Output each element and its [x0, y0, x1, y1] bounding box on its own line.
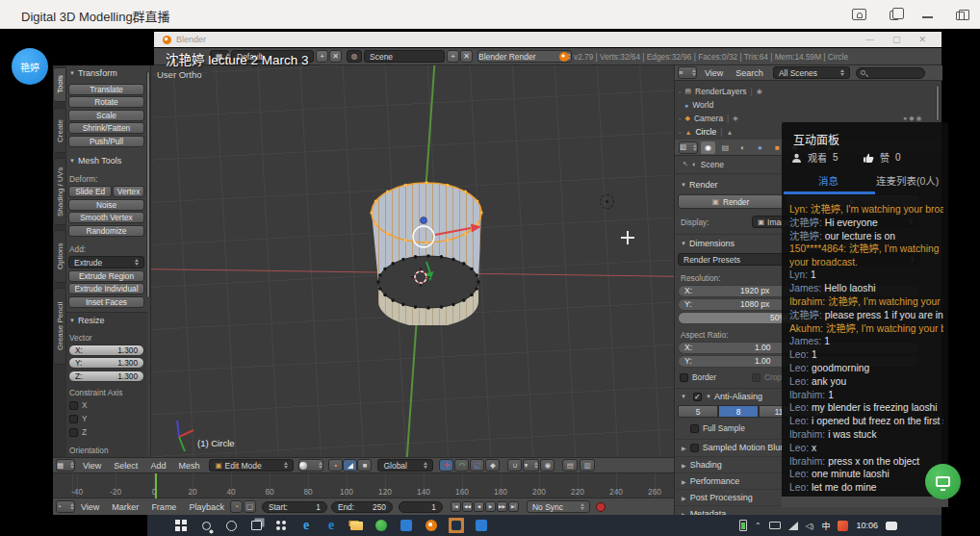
sync-mode-selector[interactable]: No Sync — [527, 500, 590, 513]
tab-world-icon[interactable]: ● — [753, 141, 767, 154]
play-icon[interactable]: ▶ — [485, 501, 496, 512]
cortana-icon[interactable] — [223, 518, 239, 533]
editor-type-icon[interactable]: ▦ — [56, 459, 75, 472]
share-screen-button[interactable] — [925, 464, 961, 499]
menu-item[interactable]: Search — [735, 68, 763, 78]
tool-button[interactable]: Push/Pull — [68, 136, 144, 147]
transform-orientation-selector[interactable]: Global — [377, 459, 433, 472]
shelf-tab-options[interactable]: Options — [53, 230, 66, 283]
menu-item[interactable]: Marker — [112, 502, 139, 512]
edge-select-icon[interactable]: ◢ — [343, 459, 357, 472]
shelf-tab-shading-uvs[interactable]: Shading / UVs — [53, 158, 66, 225]
time-cursor-icon[interactable]: ◔ — [230, 500, 243, 513]
jump-to-end-icon[interactable]: ▶| — [508, 501, 519, 512]
tool-button[interactable]: Shrink/Fatten — [68, 122, 144, 134]
notification-icon[interactable] — [886, 522, 897, 530]
tray-expand-icon[interactable]: ⌃ — [755, 522, 761, 530]
render-engine-selector[interactable]: Blender Render — [477, 50, 572, 63]
anti-aliasing-panel-header[interactable]: Anti-Aliasing — [681, 392, 762, 401]
tool-button[interactable]: Extrude Region — [68, 270, 144, 282]
duplicate-window-icon[interactable] — [890, 11, 899, 20]
minimize-icon[interactable] — [922, 16, 933, 18]
task-view-icon[interactable] — [248, 518, 264, 533]
slide-vertex-button[interactable]: Vertex — [113, 186, 144, 197]
slide-edge-button[interactable]: Slide Ed — [68, 186, 112, 197]
popup-notification-icon[interactable] — [852, 9, 866, 20]
menu-item[interactable]: Add — [150, 461, 166, 471]
manipulator-space-icon[interactable]: ◆ — [485, 459, 500, 472]
breadcrumb-back-icon[interactable]: ↖ — [683, 161, 688, 168]
outliner-item-world[interactable]: ●World — [679, 98, 762, 112]
menu-item[interactable]: Mesh — [178, 461, 199, 471]
axis-checkbox-row[interactable]: X — [69, 400, 88, 410]
ime-indicator[interactable]: 中 — [821, 520, 830, 532]
opengl-anim-icon[interactable]: ▥ — [580, 459, 595, 472]
viewport-3d[interactable]: User Ortho (1) Circle — [151, 65, 674, 457]
outliner-item-renderlayers[interactable]: ◦▤RenderLayers|◉ — [679, 85, 762, 98]
menu-item[interactable]: View — [83, 461, 101, 471]
aa-sample-button[interactable]: 8 — [718, 405, 759, 418]
tab-scene-icon[interactable]: ◐ — [735, 141, 750, 154]
volume-icon[interactable]: ◁) — [806, 522, 814, 530]
shelf-tab-create[interactable]: Create — [53, 108, 66, 153]
timeline-editor-type-icon[interactable]: ◔ — [56, 500, 75, 513]
current-frame-field[interactable]: 1 — [399, 501, 443, 513]
tool-shelf-scrollbar[interactable] — [146, 71, 150, 298]
dimensions-panel-title[interactable]: Dimensions — [681, 239, 735, 248]
full-sample-checkbox-row[interactable]: Full Sample — [690, 423, 745, 433]
start-button-icon[interactable] — [173, 518, 189, 533]
axis-checkbox-row[interactable]: Z — [69, 427, 88, 437]
blender-taskbar-icon[interactable] — [424, 518, 439, 533]
lamp-object[interactable] — [600, 194, 614, 209]
aa-enabled-checkbox[interactable] — [693, 393, 702, 401]
tab-messages[interactable]: 消息 — [818, 173, 838, 188]
add-layout-button[interactable]: + — [316, 50, 328, 63]
extrude-dropdown[interactable]: Extrude — [68, 256, 144, 268]
edge-icon[interactable]: e — [323, 518, 339, 533]
menu-item[interactable]: View — [705, 68, 723, 78]
tab-render-layers-icon[interactable]: ▤ — [718, 141, 733, 154]
translate-manipulator-icon[interactable]: ✛ — [439, 459, 453, 472]
blender-close-icon[interactable]: ✕ — [918, 32, 926, 47]
tray-app-icon[interactable] — [838, 521, 848, 531]
next-keyframe-icon[interactable]: ▶▶ — [497, 501, 507, 512]
crop-checkbox-row[interactable]: Crop — [752, 372, 782, 382]
axis-checkbox-row[interactable]: Y — [69, 414, 88, 423]
lock-time-icon[interactable]: ▢ — [244, 500, 256, 513]
green-app-icon[interactable] — [374, 518, 389, 533]
snap-element-icon[interactable]: ▾ — [523, 459, 539, 472]
frame-start-field[interactable]: Start:1 — [262, 501, 327, 513]
viewport-shading-icon[interactable] — [298, 459, 323, 472]
blue-app-icon-2[interactable] — [474, 518, 489, 533]
presenter-avatar[interactable]: 艳婷 — [12, 48, 48, 85]
face-select-icon[interactable]: ■ — [357, 459, 372, 472]
menu-item[interactable]: Frame — [151, 502, 176, 512]
outliner-scrollbar[interactable] — [936, 85, 940, 121]
add-scene-button[interactable]: + — [447, 50, 459, 63]
border-checkbox-row[interactable]: Border — [680, 372, 716, 382]
chat-input-strip[interactable] — [782, 497, 948, 507]
proportional-edit-icon[interactable]: ◉ — [540, 459, 554, 472]
cylinder-mesh[interactable] — [369, 181, 499, 325]
tool-button[interactable]: Noise — [68, 199, 144, 211]
active-app-icon[interactable] — [449, 518, 464, 533]
taskbar-search-icon[interactable] — [198, 518, 214, 533]
tool-button[interactable]: Inset Faces — [68, 296, 144, 308]
tab-mic-list[interactable]: 连麦列表(0人) — [876, 173, 939, 188]
blue-app-icon[interactable] — [399, 518, 414, 533]
remove-scene-button[interactable]: ✕ — [460, 50, 473, 63]
transform-panel-title[interactable]: Transform — [69, 68, 117, 78]
outliner-search-input[interactable] — [856, 67, 925, 79]
restore-icon[interactable] — [956, 12, 965, 20]
tool-button[interactable]: Randomize — [68, 225, 144, 237]
render-button[interactable]: ▣Render — [678, 194, 784, 209]
outliner-filter-selector[interactable]: All Scenes — [773, 66, 850, 79]
menu-item[interactable]: View — [81, 502, 99, 512]
vector-field[interactable]: Y:1.300 — [68, 357, 144, 369]
blender-maximize-icon[interactable]: ▢ — [892, 32, 901, 47]
opengl-render-icon[interactable]: ▤ — [562, 459, 578, 472]
tool-button[interactable]: Scale — [68, 110, 144, 121]
menu-item[interactable]: Select — [114, 461, 138, 471]
shelf-tab-tools[interactable]: Tools — [53, 67, 66, 102]
timeline-track[interactable]: -40-200204060801001201401601802002202402… — [53, 473, 674, 498]
